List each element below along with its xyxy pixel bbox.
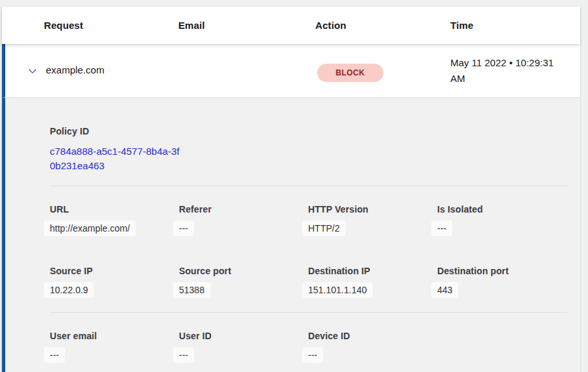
field-value: HTTP/2	[302, 220, 345, 236]
detail-field-is-isolated: Is Isolated ---	[437, 204, 566, 236]
column-header-email: Email	[178, 20, 315, 31]
field-value: ---	[173, 347, 194, 363]
detail-row-http: URL http://example.com/ Referer --- HTTP…	[50, 204, 580, 236]
row-time-value: May 11 2022 • 10:29:31 AM	[450, 55, 570, 87]
field-value: 443	[431, 282, 458, 298]
detail-row-user: User email --- User ID --- Device ID ---	[50, 331, 580, 363]
column-header-action: Action	[315, 20, 450, 31]
chevron-down-icon[interactable]	[27, 66, 38, 77]
field-label: User ID	[179, 331, 308, 341]
divider	[50, 312, 568, 313]
field-label: HTTP Version	[308, 204, 437, 215]
row-request-value: example.com	[46, 64, 104, 75]
field-value: ---	[302, 347, 323, 363]
detail-field-user-email: User email ---	[50, 331, 179, 363]
field-label: Referer	[179, 204, 308, 215]
page: Request Email Action Time example.com BL…	[0, 0, 588, 372]
detail-field-user-id: User ID ---	[179, 331, 308, 363]
detail-field-device-id: Device ID ---	[308, 331, 437, 363]
field-value: ---	[44, 347, 65, 363]
row-detail-panel: Policy ID c784a888-a5c1-4577-8b4a-3f0b23…	[2, 98, 580, 372]
column-header-request: Request	[44, 20, 178, 31]
field-value: 151.101.1.140	[302, 282, 373, 298]
detail-field-http-version: HTTP Version HTTP/2	[308, 204, 437, 236]
field-value: 10.22.0.9	[44, 282, 94, 298]
detail-field-referer: Referer ---	[179, 204, 308, 236]
field-value: ---	[173, 220, 194, 236]
divider	[50, 186, 568, 186]
field-label: Destination IP	[308, 266, 437, 276]
detail-field-destination-ip: Destination IP 151.101.1.140	[308, 266, 437, 298]
log-table-card: Request Email Action Time example.com BL…	[2, 7, 580, 372]
field-value: http://example.com/	[44, 220, 136, 236]
field-label: Destination port	[437, 266, 566, 276]
policy-id-link[interactable]: c784a888-a5c1-4577-8b4a-3f0b231ea463	[50, 144, 184, 173]
status-badge-block: BLOCK	[317, 64, 383, 82]
detail-field-source-port: Source port 51388	[179, 266, 308, 298]
field-value: ---	[431, 220, 452, 236]
field-value: 51388	[173, 282, 210, 298]
table-header: Request Email Action Time	[2, 7, 580, 44]
detail-field-destination-port: Destination port 443	[437, 266, 566, 298]
column-header-time: Time	[450, 20, 580, 31]
field-label: User email	[50, 331, 179, 341]
field-label: Device ID	[308, 331, 437, 341]
policy-id-label: Policy ID	[50, 126, 580, 136]
field-label: Source IP	[50, 266, 179, 276]
field-label: Is Isolated	[437, 204, 566, 215]
detail-row-network: Source IP 10.22.0.9 Source port 51388 De…	[50, 266, 580, 298]
table-row[interactable]: example.com BLOCK May 11 2022 • 10:29:31…	[2, 44, 580, 98]
field-label: Source port	[179, 266, 308, 276]
detail-field-url: URL http://example.com/	[50, 204, 179, 236]
detail-field-source-ip: Source IP 10.22.0.9	[50, 266, 179, 298]
policy-id-section: Policy ID c784a888-a5c1-4577-8b4a-3f0b23…	[50, 98, 580, 173]
field-label: URL	[50, 204, 179, 215]
